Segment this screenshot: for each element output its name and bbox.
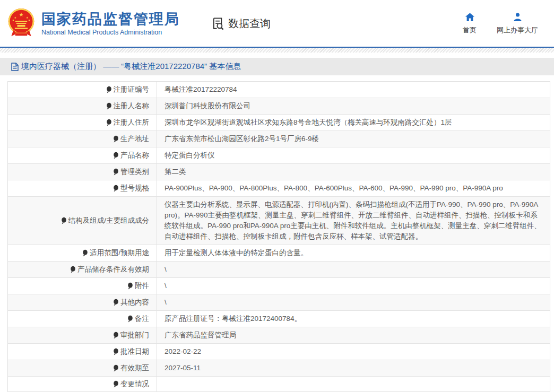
note-icon xyxy=(127,315,133,323)
note-icon xyxy=(70,266,76,273)
nmpa-emblem-logo: ★ ★ ★ ★ ★ xyxy=(6,7,36,39)
row-label-text: 产品名称 xyxy=(120,150,149,161)
site-title: 国家药品监督管理局 xyxy=(41,11,180,27)
row-label-text: 适用范围/预期用途 xyxy=(90,248,149,258)
svg-text:★: ★ xyxy=(28,19,31,22)
row-value: 仪器主要由分析系统、显示屏、电源适配器、打印机(内置)、条码扫描枪组成(不适用于… xyxy=(157,197,550,245)
info-table: 注册证编号 粤械注准20172220784 注册人名称 深圳普门科技股份有限公司 xyxy=(7,81,550,392)
row-label: 产品名称 xyxy=(8,147,157,163)
table-row: 注册人名称 深圳普门科技股份有限公司 xyxy=(8,98,550,115)
brand-text: 国家药品监督管理局 National Medical Products Admi… xyxy=(41,11,180,36)
row-label-text: 产品储存条件及有效期 xyxy=(77,264,149,275)
row-label-text: 批准日期 xyxy=(120,346,149,357)
page-title: 境内医疗器械（注册） —— “粤械注准20172220784” 基本信息 xyxy=(21,62,241,72)
table-row: 其他内容 \ xyxy=(8,294,550,311)
table-row: 型号规格 PA-900Plus、PA-900、PA-800Plus、PA-800… xyxy=(8,180,550,197)
note-icon xyxy=(82,249,88,257)
row-label: 注册人住所 xyxy=(8,115,157,130)
nav-service-hall[interactable]: 网上办事大厅 xyxy=(497,12,538,35)
row-label-text: 注册人名称 xyxy=(114,101,150,111)
table-row: 附件 \ xyxy=(8,278,550,294)
row-value: 粤械注准20172220784 xyxy=(157,82,550,98)
row-value: 第二类 xyxy=(157,164,550,180)
row-value: 深圳普门科技股份有限公司 xyxy=(157,98,550,114)
row-label-text: 生产地址 xyxy=(120,134,149,144)
row-label-text: 管理类别 xyxy=(120,167,149,177)
row-label: 注册证编号 xyxy=(8,82,157,98)
note-icon xyxy=(113,364,119,372)
row-label-text: 结构及组成/主要组成成分 xyxy=(68,215,149,226)
nav-home-label: 首页 xyxy=(463,25,477,35)
note-icon xyxy=(113,152,119,159)
data-query-tab[interactable]: 数据查询 xyxy=(211,16,271,31)
document-icon xyxy=(11,63,19,71)
row-value: 特定蛋白分析仪 xyxy=(157,147,550,163)
row-value: \ xyxy=(157,278,550,294)
row-label-text: 注册证编号 xyxy=(114,84,150,95)
data-query-label: 数据查询 xyxy=(228,16,271,31)
note-icon xyxy=(106,119,112,126)
row-label: 结构及组成/主要组成成分 xyxy=(8,197,157,245)
row-label: 适用范围/预期用途 xyxy=(8,245,157,261)
row-label-text: 变更情况 xyxy=(120,379,149,389)
row-label-text: 型号规格 xyxy=(120,183,149,194)
row-value: 2027-05-11 xyxy=(157,360,550,376)
person-icon xyxy=(513,12,523,22)
note-icon xyxy=(106,102,112,110)
row-label: 变更情况 xyxy=(8,377,157,391)
row-label: 备注 xyxy=(8,311,157,327)
note-icon xyxy=(113,299,119,306)
note-icon xyxy=(113,348,119,355)
home-icon xyxy=(465,12,475,22)
site-header: ★ ★ ★ ★ ★ 国家药品监督管理局 National Medical Pro… xyxy=(0,0,554,47)
row-label-text: 备注 xyxy=(135,313,149,324)
logo-group: ★ ★ ★ ★ ★ 国家药品监督管理局 National Medical Pro… xyxy=(6,7,180,39)
row-label: 生产地址 xyxy=(8,131,157,147)
nav-hall-label: 网上办事大厅 xyxy=(497,25,538,35)
table-row: 生产地址 广东省东莞市松山湖园区彰化路2号1号厂房6-9楼 xyxy=(8,131,550,147)
svg-text:★: ★ xyxy=(19,12,23,18)
row-label-text: 附件 xyxy=(135,281,149,291)
page-title-bar: 境内医疗器械（注册） —— “粤械注准20172220784” 基本信息 xyxy=(0,58,554,75)
table-row: 审批部门 广东省药品监督管理局 xyxy=(8,327,550,344)
table-row: 变更情况 xyxy=(8,377,550,392)
row-label-text: 审批部门 xyxy=(120,330,149,341)
hatched-band xyxy=(0,48,554,53)
row-label: 注册人名称 xyxy=(8,98,157,114)
row-label-text: 注册人住所 xyxy=(114,117,150,128)
note-icon xyxy=(113,380,119,388)
note-icon xyxy=(61,217,67,224)
data-query-icon xyxy=(211,16,225,31)
row-label: 批准日期 xyxy=(8,344,157,360)
row-value: PA-900Plus、PA-900、PA-800Plus、PA-800、PA-6… xyxy=(157,180,550,196)
table-row: 管理类别 第二类 xyxy=(8,164,550,180)
note-icon xyxy=(113,135,119,143)
note-icon xyxy=(113,168,119,176)
row-value xyxy=(157,377,550,391)
row-label: 管理类别 xyxy=(8,164,157,180)
table-row: 批准日期 2022-02-22 xyxy=(8,344,550,360)
row-label-text: 其他内容 xyxy=(120,297,149,308)
top-nav: 首页 网上办事大厅 xyxy=(463,12,538,35)
row-value: 2022-02-22 xyxy=(157,344,550,360)
row-label: 产品储存条件及有效期 xyxy=(8,262,157,277)
row-value: 广东省东莞市松山湖园区彰化路2号1号厂房6-9楼 xyxy=(157,131,550,147)
table-row: 备注 原产品注册证号：粤械注准20172400784。 xyxy=(8,311,550,327)
note-icon xyxy=(127,282,133,290)
row-label-text: 有效期至 xyxy=(120,363,149,373)
row-value: 深圳市龙华区观湖街道观城社区求知东路8号金地天悦湾（梅关高速与环观南路交汇处）1… xyxy=(157,115,550,130)
row-label: 型号规格 xyxy=(8,180,157,196)
svg-text:★: ★ xyxy=(12,19,15,22)
site-subtitle: National Medical Products Administration xyxy=(41,29,180,36)
row-value: 原产品注册证号：粤械注准20172400784。 xyxy=(157,311,550,327)
table-row: 结构及组成/主要组成成分 仪器主要由分析系统、显示屏、电源适配器、打印机(内置)… xyxy=(8,197,550,245)
nav-home[interactable]: 首页 xyxy=(463,12,477,35)
note-icon xyxy=(113,185,119,192)
row-value: \ xyxy=(157,294,550,310)
table-row: 注册人住所 深圳市龙华区观湖街道观城社区求知东路8号金地天悦湾（梅关高速与环观南… xyxy=(8,115,550,131)
note-icon xyxy=(106,86,112,93)
row-value: \ xyxy=(157,262,550,277)
note-icon xyxy=(113,332,119,339)
table-row: 适用范围/预期用途 用于定量检测人体体液中的特定蛋白的含量。 xyxy=(8,245,550,262)
table-row: 产品储存条件及有效期 \ xyxy=(8,262,550,278)
